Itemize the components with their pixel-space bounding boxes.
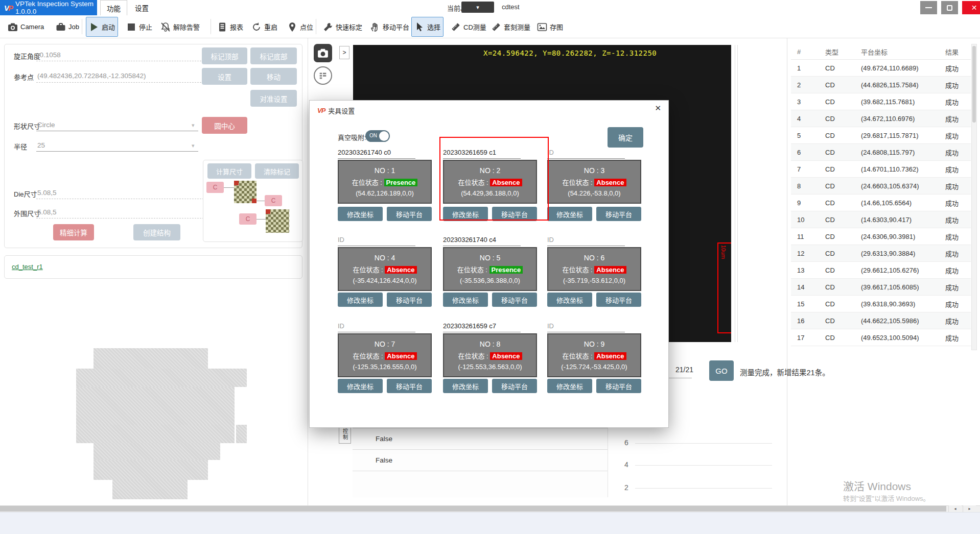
modify-coords-button[interactable]: 修改坐标 [547,207,592,221]
table-row[interactable]: 14CD(39.6617,105.6085)成功 [791,279,971,296]
modify-coords-button[interactable]: 修改坐标 [338,379,383,393]
table-scrollbar-thumb[interactable] [972,46,976,123]
table-row[interactable]: 7CD(14.6701,110.7362)成功 [791,161,971,178]
fixture-id-input[interactable]: 202303261740 c0 [338,149,415,159]
move-stage-button[interactable]: 移动平台 [596,293,641,307]
fixture-id-input[interactable]: ID [547,236,625,246]
list-item[interactable]: False [353,428,608,450]
corner-chip[interactable]: C [206,182,224,193]
toolbar-button-stop[interactable]: 停止 [124,17,155,37]
go-button[interactable]: GO [709,360,734,381]
horizontal-scrollbar-thumb[interactable] [0,506,946,512]
toolbar-button-save-image[interactable]: 存图 [534,17,566,37]
table-row[interactable]: 6CD(24.6808,115.797)成功 [791,144,971,161]
table-row[interactable]: 10CD(14.6303,90.417)成功 [791,211,971,228]
set-button[interactable]: 设置 [202,68,247,85]
toolbar-button-restart[interactable]: 重启 [249,17,280,37]
fixture-id-input[interactable]: ID [338,236,415,246]
toolbar-button-position[interactable]: 点位 [285,17,316,37]
modify-coords-button[interactable]: 修改坐标 [338,293,383,307]
move-stage-button[interactable]: 移动平台 [387,207,432,221]
radius-select-value[interactable]: 25 [37,141,45,149]
scroll-left-button[interactable]: ◂ [948,505,962,512]
splitter[interactable] [735,45,735,342]
table-row[interactable]: 15CD(39.6318,90.3693)成功 [791,296,971,312]
calc-size-button[interactable]: 计算尺寸 [207,163,251,179]
corner-chip[interactable]: C [239,213,256,225]
toolbar-button-clear-alarm[interactable]: 解除告警 [158,17,202,37]
table-row[interactable]: 8CD(24.6603,105.6374)成功 [791,178,971,195]
menu-tab-settings[interactable]: 设置 [129,0,155,15]
toolbar-button-camera[interactable]: Camera [5,17,46,37]
fixture-id-input[interactable]: 202303261740 c4 [443,236,521,246]
toolbar-button-cd-measure[interactable]: CD测量 [448,17,489,37]
fixture-id-input[interactable]: ID [547,149,625,159]
table-row[interactable]: 12CD(29.6313,90.3884)成功 [791,245,971,262]
table-row[interactable]: 11CD(24.6306,90.3981)成功 [791,228,971,245]
close-button[interactable]: ✕ [962,1,980,14]
table-row[interactable]: 9CD(14.66,105.6564)成功 [791,195,971,211]
table-row[interactable]: 16CD(44.6622,105.5986)成功 [791,312,971,329]
die-size-value[interactable]: 5.08,5 [37,189,57,197]
platform-list-icon[interactable] [314,66,332,85]
table-row[interactable]: 3CD(39.682,115.7681)成功 [791,93,971,110]
fine-calc-button[interactable]: 精细计算 [53,224,94,240]
toolbar-button-report[interactable]: 报表 [215,17,246,37]
fixture-id-input[interactable]: ID [338,322,415,332]
minimize-button[interactable] [920,1,937,14]
expand-button[interactable]: > [339,46,349,59]
move-stage-button[interactable]: 移动平台 [387,379,432,393]
modify-coords-button[interactable]: 修改坐标 [338,207,383,221]
modify-coords-button[interactable]: 修改坐标 [547,379,592,393]
outer-size-value[interactable]: 5.08,5 [37,208,57,216]
scroll-right-button[interactable]: ▸ [963,505,976,512]
reference-value[interactable]: (49.482436,20.722848,-12.305842) [37,72,146,80]
toolbar-button-overlay-measure[interactable]: 套刻测量 [488,17,533,37]
move-stage-button[interactable]: 移动平台 [492,379,537,393]
fixture-id-input[interactable]: 202303261659 c7 [443,322,521,332]
list-item[interactable]: False [353,450,608,471]
move-button[interactable]: 移动 [250,68,297,85]
shape-select-value[interactable]: Circle [37,121,55,129]
maximize-button[interactable] [941,1,958,14]
fixture-id-input[interactable]: ID [547,322,625,332]
splitter[interactable] [737,45,738,342]
create-structure-button[interactable]: 创建结构 [133,224,180,240]
clear-mark-button[interactable]: 清除标记 [255,163,299,179]
chevron-down-icon[interactable]: ▾ [192,122,195,129]
snapshot-button[interactable] [314,44,332,62]
move-stage-button[interactable]: 移动平台 [492,293,537,307]
move-stage-button[interactable]: 移动平台 [596,379,641,393]
mark-top-button[interactable]: 标记顶部 [202,47,247,64]
collapsed-panel-tab[interactable]: 控制 [339,425,351,444]
column-header[interactable]: # [797,48,825,56]
table-row[interactable]: 5CD(29.6817,115.7871)成功 [791,127,971,144]
move-stage-button[interactable]: 移动平台 [387,293,432,307]
toolbar-button-quick-calibration[interactable]: 快速标定 [320,17,365,37]
modify-coords-button[interactable]: 修改坐标 [443,379,488,393]
column-header[interactable]: 类型 [825,47,861,57]
toolbar-button-move-stage[interactable]: 移动平台 [367,17,412,37]
toolbar-button-job[interactable]: Job [53,17,82,37]
job-dropdown[interactable]: ▾ [461,2,494,13]
confirm-button[interactable]: 确定 [608,127,643,148]
modify-coords-button[interactable]: 修改坐标 [443,293,488,307]
table-row[interactable]: 2CD(44.6826,115.7584)成功 [791,77,971,93]
circle-center-button[interactable]: 圆中心 [202,117,247,134]
move-stage-button[interactable]: 移动平台 [596,207,641,221]
modify-coords-button[interactable]: 修改坐标 [547,293,592,307]
toolbar-button-select[interactable]: 选择 [411,17,444,37]
recipe-link[interactable]: cd_test_r1 [12,263,43,271]
rotation-value[interactable]: -0.1058 [37,51,61,59]
vacuum-toggle[interactable]: ON [365,130,390,142]
table-row[interactable]: 13CD(29.6612,105.6276)成功 [791,262,971,279]
table-row[interactable]: 4CD(34.672,110.6976)成功 [791,110,971,127]
align-settings-button[interactable]: 对准设置 [250,90,297,107]
table-row[interactable]: 17CD(49.6523,100.5094)成功 [791,329,971,346]
corner-chip[interactable]: C [265,195,282,206]
mark-bottom-button[interactable]: 标记底部 [250,47,297,64]
column-header[interactable]: 平台坐标 [861,47,945,57]
toolbar-button-start[interactable]: 启动 [86,17,118,37]
chevron-down-icon[interactable]: ▾ [192,142,195,149]
menu-tab-function[interactable]: 功能 [100,0,127,15]
